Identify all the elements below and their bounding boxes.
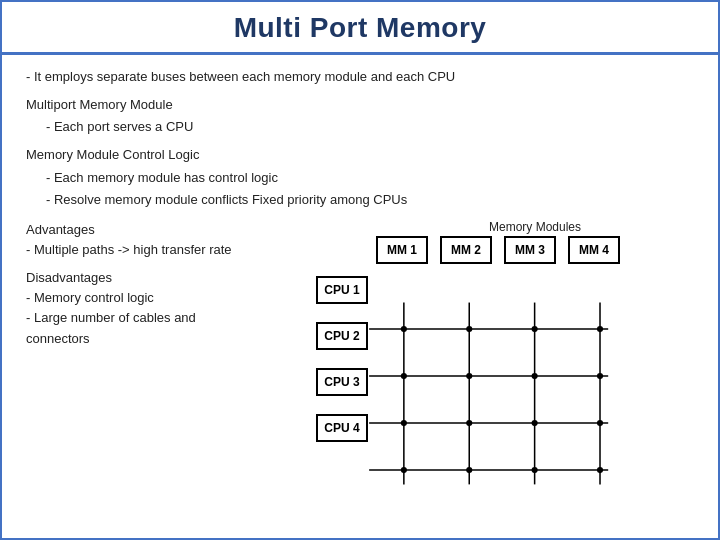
disadvantages-point-3: connectors	[26, 329, 316, 349]
svg-point-8	[401, 326, 407, 332]
multiport-point-1: - Each port serves a CPU	[46, 117, 694, 137]
svg-point-18	[532, 420, 538, 426]
cpu-box-3: CPU 3	[316, 368, 368, 396]
slide: Multi Port Memory - It employs separate …	[0, 0, 720, 540]
mm-box-2: MM 2	[440, 236, 492, 264]
svg-point-16	[401, 420, 407, 426]
svg-point-14	[532, 373, 538, 379]
svg-point-12	[401, 373, 407, 379]
control-logic-section: Memory Module Control Logic - Each memor…	[26, 145, 694, 211]
mm-box-3: MM 3	[504, 236, 556, 264]
svg-point-21	[466, 467, 472, 473]
bottom-section: Advantages - Multiple paths -> high tran…	[26, 220, 694, 530]
mm-box-4: MM 4	[568, 236, 620, 264]
advantages-heading: Advantages	[26, 220, 316, 240]
svg-point-19	[597, 420, 603, 426]
cpu-box-4: CPU 4	[316, 414, 368, 442]
multiport-section: Multiport Memory Module - Each port serv…	[26, 95, 694, 139]
disadvantages-heading: Disadvantages	[26, 268, 316, 288]
svg-point-22	[532, 467, 538, 473]
subtitle-text: - It employs separate buses between each…	[26, 67, 694, 89]
control-logic-point-2: - Resolve memory module conflicts Fixed …	[46, 190, 694, 210]
svg-point-11	[597, 326, 603, 332]
svg-point-13	[466, 373, 472, 379]
svg-point-10	[532, 326, 538, 332]
advantages-point-1: - Multiple paths -> high transfer rate	[26, 240, 316, 260]
svg-point-20	[401, 467, 407, 473]
control-logic-heading: Memory Module Control Logic	[26, 145, 694, 165]
mm-row: MM 1 MM 2 MM 3 MM 4	[376, 236, 620, 264]
cpu-box-1: CPU 1	[316, 276, 368, 304]
content-area: - It employs separate buses between each…	[2, 55, 718, 538]
multiport-heading: Multiport Memory Module	[26, 95, 694, 115]
cpu-col: CPU 1 CPU 2 CPU 3 CPU 4	[316, 276, 368, 442]
control-logic-point-1: - Each memory module has control logic	[46, 168, 694, 188]
svg-point-15	[597, 373, 603, 379]
connections-svg	[316, 220, 694, 530]
disadvantages-point-1: - Memory control logic	[26, 288, 316, 308]
title-bar: Multi Port Memory	[2, 2, 718, 55]
svg-point-23	[597, 467, 603, 473]
disadvantages-point-2: - Large number of cables and	[26, 308, 316, 328]
subtitle: - It employs separate buses between each…	[26, 67, 694, 87]
cpu-box-2: CPU 2	[316, 322, 368, 350]
svg-point-9	[466, 326, 472, 332]
diagram-area: Memory Modules MM 1 MM 2 MM 3 MM 4 CPU 1…	[316, 220, 694, 530]
mm-label: Memory Modules	[376, 220, 694, 234]
slide-title: Multi Port Memory	[2, 12, 718, 44]
mm-box-1: MM 1	[376, 236, 428, 264]
svg-point-17	[466, 420, 472, 426]
left-text-area: Advantages - Multiple paths -> high tran…	[26, 220, 316, 530]
